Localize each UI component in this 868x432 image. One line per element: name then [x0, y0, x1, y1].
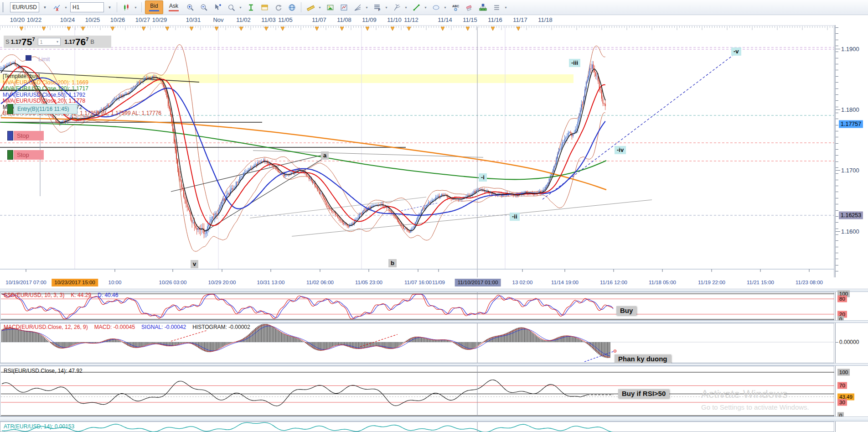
wave-label-b[interactable]: b [388, 259, 397, 267]
eraser-button[interactable] [463, 2, 475, 13]
wave-label-iv[interactable]: -iv [615, 146, 626, 154]
top-date-label: 11/16 [488, 16, 502, 23]
limit-tab[interactable]: Limit [38, 56, 50, 62]
entry-marker-square[interactable] [7, 104, 13, 114]
quantity-dropdown-icon[interactable]: ▼ [56, 40, 59, 43]
image-icon [326, 4, 334, 11]
toolbar: EUR/USD▼x▼H1▼▼BidAsk▼▼▼F▼▼▼▼ABC▼ [0, 0, 868, 15]
list-button[interactable] [491, 2, 502, 13]
image-button[interactable] [324, 2, 336, 13]
hierarchy-icon [479, 4, 487, 11]
stochastic-panel[interactable] [0, 292, 835, 320]
legend-line: MVA(EUR/USD.Close,120): 1.1717 [3, 86, 161, 92]
wave-label-v[interactable]: v [191, 260, 198, 268]
stop-order-label[interactable]: Stop [14, 150, 44, 160]
stoch-note-buy[interactable]: Buy [616, 306, 636, 315]
zoom-out-button[interactable] [198, 2, 210, 13]
panel-splitter[interactable] [0, 289, 868, 292]
wave-label-v[interactable]: -v [731, 47, 741, 56]
timeframe-select[interactable]: H1 [70, 2, 104, 12]
ellipse-icon [432, 4, 440, 11]
timeframe-select-arrow[interactable]: ▼ [106, 2, 114, 13]
price-badge: 1.17757 [839, 120, 863, 128]
price-tick [836, 33, 838, 34]
delete-chart-button[interactable]: x [51, 2, 62, 13]
zoom-area-button-dropdown[interactable]: ▼ [239, 2, 243, 13]
price-tick [836, 107, 838, 107]
trendline-button[interactable] [410, 2, 422, 13]
symbol-select-arrow[interactable]: ▼ [41, 2, 49, 13]
chart-type-button[interactable] [120, 2, 132, 13]
rsi-note-buy[interactable]: Buy if RSI>50 [618, 389, 669, 398]
new-window-button[interactable] [258, 2, 270, 13]
cursor-add-button[interactable] [212, 2, 223, 13]
quantity-input[interactable]: 1 ▼ [38, 38, 61, 46]
time-label: 11/23 08:00 [796, 280, 823, 285]
atr-panel[interactable] [0, 422, 835, 432]
text-tool-button[interactable]: ABC [450, 2, 461, 13]
trendline-button-dropdown[interactable]: ▼ [424, 2, 428, 13]
zoom-in-button[interactable] [184, 2, 196, 13]
price-tick [836, 143, 838, 144]
price-tick [836, 247, 838, 247]
price-tick [836, 259, 838, 259]
legend-line: MVA(EUR/USD.Close,50): 1.1792 [3, 92, 161, 99]
wave-label-a[interactable]: a [321, 151, 329, 160]
fibonacci-levels-button[interactable]: F [371, 2, 383, 13]
ellipse-button[interactable] [430, 2, 442, 13]
rotate-arrow-icon [274, 4, 282, 11]
vertical-scale-button[interactable] [245, 2, 257, 13]
refresh-button[interactable] [272, 2, 284, 13]
stop-marker-square[interactable] [7, 150, 13, 160]
ellipse-button-dropdown[interactable]: ▼ [444, 2, 448, 13]
entry-order-label[interactable]: Entry(B)(11/16 11:45) [14, 104, 78, 114]
stop-order-label[interactable]: Stop [14, 131, 44, 141]
wave-label-ii[interactable]: -ii [510, 213, 520, 221]
top-date-label: 10/20 [10, 16, 25, 23]
atr-axis[interactable] [835, 422, 868, 432]
ruler-button[interactable] [305, 2, 316, 13]
wave-label-i[interactable]: -i [479, 173, 487, 182]
macd-axis[interactable]: 0.00000 [835, 323, 868, 363]
ruler-button-dropdown[interactable]: ▼ [318, 2, 322, 13]
fibonacci-levels-button-dropdown[interactable]: ▼ [385, 2, 389, 13]
top-date-label: 11/15 [463, 16, 477, 23]
rsi-axis[interactable]: 1007043.49300 [835, 366, 868, 416]
list-button-dropdown[interactable]: ▼ [504, 2, 508, 13]
candles-icon [123, 4, 130, 11]
pitchfork-button[interactable] [391, 2, 403, 13]
object-tree-button[interactable] [477, 2, 489, 13]
macd-note-divergence[interactable]: Phan ky duong [615, 354, 671, 364]
delete-chart-button-dropdown[interactable]: ▼ [64, 2, 68, 13]
pitchfork-icon [393, 4, 401, 11]
time-axis[interactable]: 10/19/2017 07:0010:0010/26 03:0010/29 20… [0, 277, 868, 289]
symbol-select[interactable]: EUR/USD [10, 2, 39, 12]
bid-button[interactable]: Bid [145, 0, 163, 14]
panel-splitter[interactable] [0, 416, 868, 422]
fibonacci-fan-button-dropdown[interactable]: ▼ [365, 2, 369, 13]
ask-button[interactable]: Ask [165, 1, 182, 14]
price-tick [836, 64, 838, 64]
legend-line: MVA(EUR/USD.Close,200): 1.1669 [3, 80, 161, 86]
pitchfork-button-dropdown[interactable]: ▼ [404, 2, 408, 13]
price-axis[interactable]: 1.19001.18001.17001.16001.177571.16253 [835, 25, 868, 277]
price-tick-major [836, 231, 840, 232]
top-date-ruler[interactable]: 10/2010/2210/2410/2510/2610/2710/2910/31… [0, 15, 868, 25]
wave-label-iii[interactable]: -iii [569, 59, 580, 67]
rsi-axis-badge: 100 [837, 369, 850, 376]
stochastic-axis[interactable]: 10080200 [835, 292, 868, 320]
main-chart[interactable]: Limit S 1.17 75 7 1 ▼ 1.17 76 7 B [Templ… [0, 25, 835, 277]
chart-type-button-dropdown[interactable]: ▼ [134, 2, 138, 13]
chart-window-button[interactable] [338, 2, 350, 13]
stop-marker-square[interactable] [7, 131, 13, 141]
sell-price-big: 75 [21, 37, 32, 47]
toolbar-separator [117, 2, 117, 12]
legend-line: [Template: huy] [3, 73, 161, 80]
zoom-area-button[interactable] [225, 2, 237, 13]
zoom-in-icon [186, 4, 194, 11]
toolbar-grip[interactable] [2, 2, 7, 12]
activate-windows-watermark: Activate Windows [701, 388, 787, 401]
fibonacci-fan-button[interactable] [351, 2, 363, 13]
chart-canvas[interactable] [0, 25, 835, 277]
web-button[interactable] [286, 2, 298, 13]
